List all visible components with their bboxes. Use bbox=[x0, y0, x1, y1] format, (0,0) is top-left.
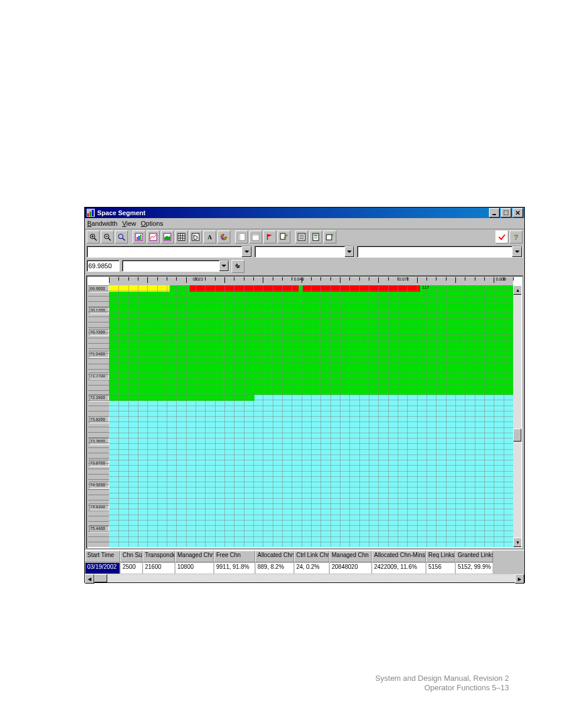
table-header[interactable]: Allocated Chn-Mins bbox=[372, 551, 426, 562]
chart-bar-button[interactable] bbox=[133, 230, 146, 243]
footer-line-2: Operator Functions 5–13 bbox=[0, 683, 509, 693]
table-cell: 2500 bbox=[120, 562, 143, 574]
minimize-button[interactable] bbox=[489, 208, 500, 218]
svg-line-12 bbox=[108, 238, 111, 241]
frequency-input[interactable]: 69.9850 bbox=[87, 260, 120, 272]
filter-combo-1[interactable] bbox=[87, 246, 252, 258]
zoom-fit-button[interactable] bbox=[115, 230, 128, 243]
y-tick-label: 73.3600 bbox=[89, 438, 109, 445]
svg-rect-1 bbox=[90, 212, 91, 216]
page-footer: System and Design Manual, Revision 2 Ope… bbox=[0, 674, 562, 693]
scroll-left-button[interactable]: ◀ bbox=[85, 574, 94, 584]
band-marker-label: 117 bbox=[422, 285, 429, 289]
edit-button[interactable] bbox=[277, 230, 290, 243]
table-cell: 5152, 99.9% bbox=[455, 562, 493, 574]
table-cell: 5156 bbox=[426, 562, 455, 574]
svg-rect-23 bbox=[178, 233, 185, 241]
table-cell: 03/19/2002 bbox=[85, 562, 120, 574]
y-tick-label: 71.7700 bbox=[89, 373, 109, 380]
menu-bandwidth[interactable]: Bandwidth bbox=[87, 220, 117, 227]
table-header[interactable]: Granted Links bbox=[455, 551, 493, 562]
table-header[interactable]: Chn Size bbox=[120, 551, 143, 562]
layout-1-button[interactable] bbox=[235, 230, 248, 243]
chevron-down-icon[interactable] bbox=[242, 246, 252, 257]
menubar: Bandwidth View Options bbox=[85, 218, 524, 229]
table-header[interactable]: Start Time bbox=[85, 551, 120, 562]
table-cell: 10800 bbox=[175, 562, 214, 574]
x-tick-label: 0.048 bbox=[294, 277, 305, 281]
table-header[interactable]: Ctrl Link Chn bbox=[294, 551, 329, 562]
table-cell: 24, 0.2% bbox=[294, 562, 329, 574]
svg-rect-45 bbox=[314, 235, 318, 236]
menu-view[interactable]: View bbox=[122, 220, 136, 227]
chevron-down-icon[interactable] bbox=[345, 246, 354, 257]
svg-rect-38 bbox=[280, 233, 285, 239]
carrier-combo[interactable] bbox=[122, 260, 229, 272]
svg-point-14 bbox=[118, 234, 123, 239]
table-cell: 9911, 91.8% bbox=[214, 562, 255, 574]
plot-area[interactable]: 117 bbox=[109, 285, 513, 547]
scroll-thumb[interactable] bbox=[513, 429, 521, 442]
vertical-scrollbar[interactable]: ▲ ▼ bbox=[513, 285, 521, 547]
svg-point-30 bbox=[222, 238, 223, 239]
svg-point-31 bbox=[224, 239, 226, 240]
menu-options[interactable]: Options bbox=[141, 220, 163, 227]
table-cell: 20848020 bbox=[329, 562, 372, 574]
filter-combo-3[interactable] bbox=[357, 246, 523, 258]
table-header[interactable]: Managed Chn bbox=[329, 551, 372, 562]
table-header[interactable]: Free Chn bbox=[214, 551, 255, 562]
chart-line-button[interactable] bbox=[147, 230, 160, 243]
x-tick-label: 0.072 bbox=[399, 277, 409, 281]
table-header[interactable]: Allocated Chn bbox=[255, 551, 294, 562]
scroll-up-button[interactable]: ▲ bbox=[513, 285, 521, 295]
label-button[interactable] bbox=[189, 230, 202, 243]
stats-table: Start Time03/19/2002Chn Size2500Transpon… bbox=[85, 550, 524, 574]
chart-area-button[interactable] bbox=[161, 230, 174, 243]
maximize-button[interactable] bbox=[501, 208, 511, 218]
freq-row: 69.9850 bbox=[85, 259, 524, 274]
flag-button[interactable] bbox=[263, 230, 276, 243]
zoom-out-button[interactable] bbox=[101, 230, 114, 243]
bandwidth-plot: 0.0230.0480.0720.009 69.900070.120070.72… bbox=[86, 275, 523, 549]
titlebar: Space Segment bbox=[85, 207, 524, 218]
close-button[interactable] bbox=[513, 208, 523, 218]
svg-rect-3 bbox=[492, 214, 496, 215]
apply-button[interactable] bbox=[495, 230, 508, 243]
report-button[interactable] bbox=[309, 230, 322, 243]
svg-rect-33 bbox=[239, 234, 240, 240]
text-button[interactable]: A bbox=[203, 230, 216, 243]
chevron-down-icon[interactable] bbox=[512, 246, 522, 257]
chevron-down-icon[interactable] bbox=[219, 261, 229, 271]
palette-button[interactable] bbox=[217, 230, 230, 243]
svg-rect-0 bbox=[87, 213, 89, 216]
table-header[interactable]: Req Links bbox=[426, 551, 455, 562]
export-button[interactable] bbox=[323, 230, 336, 243]
refresh-button[interactable] bbox=[232, 260, 244, 273]
scroll-right-button[interactable]: ▶ bbox=[515, 574, 524, 584]
plot-container: 0.0230.0480.0720.009 69.900070.120070.72… bbox=[85, 274, 524, 550]
window-title: Space Segment bbox=[97, 209, 146, 216]
x-axis: 0.0230.0480.0720.009 bbox=[109, 277, 513, 285]
y-tick-label: 71.2400 bbox=[89, 351, 109, 358]
scroll-thumb-h[interactable] bbox=[94, 574, 107, 582]
list-button[interactable] bbox=[295, 230, 308, 243]
filter-row bbox=[85, 245, 524, 259]
help-button[interactable]: ? bbox=[510, 230, 523, 243]
footer-line-1: System and Design Manual, Revision 2 bbox=[0, 674, 509, 683]
svg-rect-4 bbox=[504, 210, 508, 215]
scroll-down-button[interactable]: ▼ bbox=[513, 538, 521, 547]
svg-rect-2 bbox=[92, 210, 94, 216]
svg-rect-17 bbox=[137, 237, 138, 240]
table-header[interactable]: Transponder bbox=[143, 551, 175, 562]
zoom-in-button[interactable] bbox=[87, 230, 100, 243]
horizontal-scrollbar[interactable]: ◀ ▶ bbox=[85, 574, 524, 582]
table-header[interactable]: Managed Chn bbox=[175, 551, 214, 562]
table-cell: 2422009, 11.6% bbox=[372, 562, 426, 574]
layout-2-button[interactable] bbox=[249, 230, 262, 243]
app-window: Space Segment Bandwidth View Options A bbox=[84, 207, 525, 583]
svg-point-29 bbox=[222, 236, 223, 237]
toolbar-main: A ? bbox=[85, 229, 524, 245]
filter-combo-2[interactable] bbox=[254, 246, 355, 258]
grid-button[interactable] bbox=[175, 230, 188, 243]
svg-rect-18 bbox=[138, 236, 140, 240]
